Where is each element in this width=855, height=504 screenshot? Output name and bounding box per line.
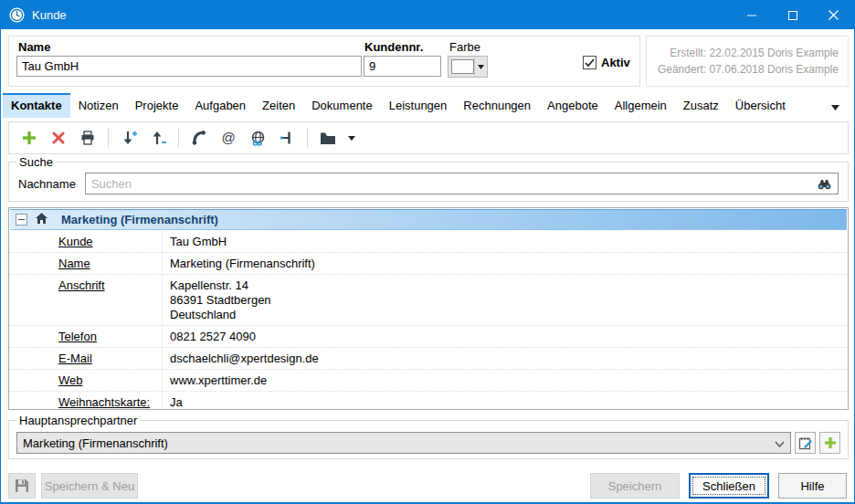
close-icon (829, 10, 839, 20)
tab-allgemein[interactable]: Allgemein (607, 93, 675, 118)
row-value: Marketing (Firmenanschrift) (162, 253, 848, 274)
toolbar-separator (108, 128, 109, 148)
row-label[interactable]: Name (58, 253, 162, 274)
hierarchy-button[interactable] (274, 125, 300, 151)
tab-aufgaben[interactable]: Aufgaben (186, 93, 254, 118)
globe-link-icon (250, 131, 266, 146)
main-contact-select[interactable]: Marketing (Firmenanschrift) (16, 432, 791, 454)
export-contact-button[interactable] (145, 125, 171, 151)
arrow-up-minus-icon (151, 131, 166, 145)
contact-row-email: E-Mail dschaelchli@xpertdesign.de (9, 348, 848, 370)
close-dialog-button[interactable]: Schließen (689, 473, 769, 499)
nachname-label: Nachname (18, 177, 76, 191)
row-label[interactable]: Weihnachtskarte: (58, 392, 162, 410)
kunde-dialog: Kunde Name Kundennr. Farbe (0, 0, 855, 504)
add-contact-button[interactable] (16, 125, 42, 151)
window-title: Kunde (32, 8, 67, 22)
name-input[interactable] (16, 56, 362, 77)
row-value: 0821 2527 4090 (162, 326, 848, 347)
color-picker[interactable] (448, 56, 488, 78)
chevron-down-icon[interactable] (474, 57, 487, 77)
contact-row-web: Web www.xperttimer.de (9, 370, 848, 392)
main-contact-group: Hauptansprechpartner Marketing (Firmenan… (8, 414, 849, 459)
email-contact-button[interactable]: @ (216, 125, 241, 151)
tab-projekte[interactable]: Projekte (127, 93, 187, 118)
row-label[interactable]: E-Mail (58, 348, 162, 369)
close-button[interactable] (813, 1, 854, 29)
tab-leistungen[interactable]: Leistungen (381, 93, 456, 118)
name-label: Name (18, 40, 50, 54)
collapse-button[interactable] (16, 214, 27, 226)
help-button[interactable]: Hilfe (778, 473, 847, 499)
printer-icon (80, 131, 95, 145)
save-icon-button[interactable] (8, 473, 36, 499)
binoculars-icon[interactable] (817, 177, 832, 194)
created-text: Erstellt: 22.02.2015 Doris Example (670, 47, 839, 59)
tab-overflow-button[interactable] (831, 98, 839, 114)
save-and-new-button[interactable]: Speichern & Neu (41, 473, 138, 499)
tab-angebote[interactable]: Angebote (539, 93, 607, 118)
search-group: Suche Nachname (8, 155, 849, 202)
kundennr-input[interactable] (364, 56, 441, 77)
tab-rechnungen[interactable]: Rechnungen (455, 93, 539, 118)
print-button[interactable] (75, 125, 100, 151)
contact-record-header[interactable]: Marketing (Firmenanschrift) (10, 209, 847, 230)
main-contact-legend: Hauptansprechpartner (16, 414, 140, 427)
chevron-down-icon (348, 136, 355, 141)
contact-row-telefon: Telefon 0821 2527 4090 (9, 326, 848, 348)
toolbar-separator (307, 128, 308, 148)
row-label[interactable]: Web (58, 370, 162, 391)
folder-menu-button[interactable] (344, 125, 359, 151)
tab-zeiten[interactable]: Zeiten (254, 93, 303, 118)
contacts-toolbar: @ (8, 121, 849, 154)
titlebar: Kunde (1, 1, 854, 29)
search-input[interactable] (85, 173, 839, 194)
kundennr-label: Kundennr. (364, 40, 423, 54)
plus-icon (22, 131, 37, 145)
tab-notizen[interactable]: Notizen (70, 93, 127, 118)
minimize-button[interactable] (731, 1, 772, 29)
row-value: dschaelchli@xpertdesign.de (162, 348, 848, 369)
row-label[interactable]: Kunde (58, 231, 162, 252)
open-website-button[interactable] (245, 125, 270, 151)
call-contact-button[interactable] (186, 125, 212, 151)
minimize-icon (747, 11, 756, 20)
import-contact-button[interactable] (116, 125, 142, 151)
row-value: www.xperttimer.de (162, 370, 848, 391)
row-label[interactable]: Telefon (58, 326, 162, 347)
tab-kontakte[interactable]: Kontakte (3, 93, 70, 118)
edit-contact-button[interactable] (795, 432, 816, 454)
floppy-icon (15, 478, 29, 493)
contact-list: Marketing (Firmenanschrift) Kunde Tau Gm… (8, 207, 849, 410)
row-value: Tau GmbH (162, 231, 848, 252)
delete-contact-button[interactable] (46, 125, 71, 151)
maximize-button[interactable] (772, 1, 813, 29)
arrow-down-plus-icon (121, 131, 137, 145)
contact-record-title: Marketing (Firmenanschrift) (61, 213, 218, 226)
modified-text: Geändert: 07.06.2018 Doris Example (658, 63, 839, 76)
contact-row-kunde: Kunde Tau GmbH (9, 231, 848, 253)
toolbar-separator (178, 128, 179, 148)
save-button[interactable]: Speichern (590, 473, 680, 499)
clock-app-icon (9, 7, 25, 23)
aktiv-checkbox[interactable] (583, 56, 596, 69)
row-label[interactable]: Anschrift (58, 275, 162, 325)
open-folder-button[interactable] (315, 125, 341, 151)
tab-uebersicht[interactable]: Übersicht (727, 93, 794, 118)
aktiv-label: Aktiv (601, 56, 630, 69)
contact-row-name: Name Marketing (Firmenanschrift) (9, 253, 848, 275)
footer-bar: Speichern & Neu Speichern Schließen Hilf… (8, 472, 847, 499)
minus-icon (18, 219, 25, 220)
edit-note-icon (798, 436, 812, 450)
add-main-contact-button[interactable] (819, 432, 840, 454)
contact-row-anschrift: Anschrift Kapellenstr. 14 86391 Stadtber… (9, 275, 848, 326)
chevron-down-icon (775, 436, 785, 450)
customer-header-group: Name Kundennr. Farbe Aktiv (8, 36, 640, 87)
tab-zusatz[interactable]: Zusatz (675, 93, 727, 118)
audit-info-box: Erstellt: 22.02.2015 Doris Example Geänd… (646, 36, 849, 87)
main-contact-value: Marketing (Firmenanschrift) (23, 436, 168, 450)
folder-icon (320, 131, 336, 145)
x-icon (52, 131, 65, 144)
search-legend: Suche (16, 155, 56, 169)
tab-dokumente[interactable]: Dokumente (303, 93, 380, 118)
